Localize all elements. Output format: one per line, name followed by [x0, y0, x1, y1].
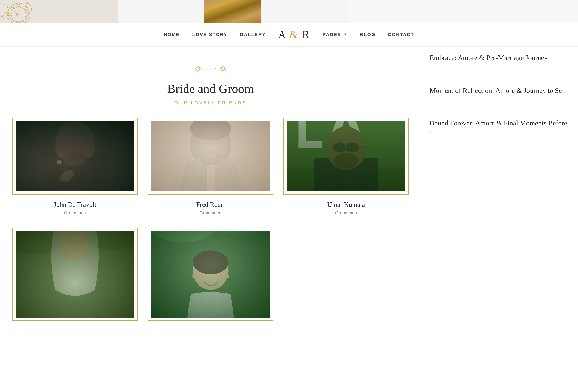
card-image-wrapper-umar [284, 118, 409, 195]
svg-point-26 [190, 121, 231, 167]
svg-point-23 [63, 150, 87, 166]
svg-rect-35 [299, 121, 306, 148]
svg-point-61 [192, 274, 196, 278]
svg-marker-20 [75, 152, 103, 184]
above-nav-right [348, 0, 578, 23]
svg-point-41 [333, 143, 347, 152]
person-card-umar: Umar Kumala Gromsmen [284, 118, 409, 215]
section-title: Bride and Groom [0, 82, 421, 96]
navbar: HOME LOVE STORY GALLERY A & R PAGES ▼ BL… [0, 23, 578, 47]
svg-marker-28 [177, 154, 211, 191]
person-image-bride1 [16, 231, 134, 317]
svg-point-13 [222, 66, 224, 72]
above-nav-left [0, 0, 118, 23]
person-card-bride2 [148, 227, 273, 327]
bridesmaids-grid [0, 227, 421, 327]
right-sidebar: Embrace: Amore & Pre-Marriage Journey Mo… [421, 47, 578, 392]
svg-point-52 [79, 231, 134, 251]
svg-point-46 [334, 153, 358, 169]
sidebar-item-2: Moment of Reflection: Amore & Journey to… [430, 86, 570, 106]
svg-rect-36 [299, 141, 322, 148]
person-image-umar [287, 121, 405, 191]
main-panel: Bride and Groom OUR LOVELY FRIENDS [0, 47, 421, 392]
umar-photo-svg [287, 121, 405, 191]
page-wrapper: HOME LOVE STORY GALLERY A & R PAGES ▼ BL… [0, 0, 578, 392]
site-logo[interactable]: A & R [278, 29, 310, 41]
svg-rect-38 [333, 132, 359, 139]
person-image-john [16, 121, 134, 191]
svg-point-27 [190, 121, 231, 140]
svg-point-59 [193, 251, 228, 290]
svg-point-21 [57, 160, 61, 165]
svg-point-49 [345, 179, 347, 181]
above-nav-center [118, 0, 348, 23]
groomsmen-grid: John De Travolt Gromsmen [0, 118, 421, 215]
svg-marker-37 [326, 121, 366, 148]
svg-point-48 [345, 173, 347, 175]
section-header: Bride and Groom OUR LOVELY FRIENDS [0, 47, 421, 118]
fred-photo-svg [151, 121, 270, 191]
floral-decoration [0, 63, 421, 76]
person-card-fred: Fred Rodri Gromsmen [148, 118, 273, 215]
svg-rect-31 [208, 154, 213, 186]
nav-pages-dropdown[interactable]: PAGES ▼ [323, 32, 348, 37]
bride1-photo-svg [16, 231, 134, 317]
svg-point-40 [326, 127, 366, 170]
person-card-bride1 [12, 227, 138, 327]
svg-rect-16 [16, 121, 134, 191]
person-name-fred: Fred Rodri [196, 201, 225, 208]
nav-love-story[interactable]: LOVE STORY [192, 32, 228, 37]
card-image-wrapper-bride1 [12, 227, 138, 321]
person-name-umar: Umar Kumala [327, 201, 365, 208]
svg-rect-24 [151, 121, 270, 191]
sidebar-title-3: Bound Forever: Amore & Final Moments Bef… [430, 118, 570, 138]
person-role-umar: Gromsmen [335, 211, 357, 215]
svg-rect-25 [175, 156, 246, 191]
card-image-wrapper-bride2 [148, 227, 273, 321]
above-nav-strip [0, 0, 578, 23]
logo-ampersand: & [289, 29, 299, 41]
sidebar-title-1: Embrace: Amore & Pre-Marriage Journey [430, 53, 570, 63]
nav-blog[interactable]: BLOG [360, 32, 376, 37]
person-image-fred [151, 121, 270, 191]
person-image-bride2 [151, 231, 270, 317]
svg-point-32 [199, 151, 222, 165]
svg-point-62 [225, 274, 229, 278]
card-image-wrapper-fred [148, 118, 273, 195]
card-image-wrapper-john [12, 118, 138, 195]
svg-point-57 [203, 231, 270, 235]
person-role-fred: Gromsmen [200, 211, 222, 215]
sidebar-title-2: Moment of Reflection: Amore & Journey to… [430, 86, 570, 95]
chevron-down-icon: ▼ [343, 32, 348, 37]
svg-point-22 [58, 168, 76, 184]
person-name-john: John De Travolt [54, 201, 96, 208]
nav-left: HOME LOVE STORY GALLERY [164, 32, 266, 37]
svg-point-42 [345, 143, 359, 152]
nav-home[interactable]: HOME [164, 32, 180, 37]
sidebar-item-1: Embrace: Amore & Pre-Marriage Journey [430, 53, 570, 73]
svg-marker-29 [211, 154, 244, 191]
svg-point-60 [193, 251, 228, 274]
svg-point-9 [197, 66, 199, 72]
svg-point-56 [151, 231, 223, 243]
person-card-john: John De Travolt Gromsmen [12, 118, 138, 215]
section-subtitle: OUR LOVELY FRIENDS [0, 100, 421, 105]
svg-point-18 [55, 121, 95, 168]
svg-rect-55 [151, 231, 270, 317]
svg-rect-33 [287, 121, 405, 191]
svg-marker-19 [47, 152, 75, 184]
bride2-photo-svg [151, 231, 270, 317]
nav-contact[interactable]: CONTACT [388, 32, 414, 37]
nav-right: PAGES ▼ BLOG CONTACT [323, 32, 414, 37]
svg-rect-30 [207, 154, 214, 191]
svg-rect-17 [43, 152, 106, 191]
svg-rect-50 [16, 231, 134, 317]
header-floral-svg [192, 63, 229, 76]
person-role-john: Gromsmen [64, 211, 86, 215]
svg-point-47 [345, 167, 347, 169]
nav-pages-link[interactable]: PAGES [323, 32, 341, 37]
content-area: Bride and Groom OUR LOVELY FRIENDS [0, 47, 578, 392]
svg-point-54 [59, 231, 91, 260]
nav-gallery[interactable]: GALLERY [240, 32, 266, 37]
sidebar-item-3: Bound Forever: Amore & Final Moments Bef… [430, 118, 570, 148]
